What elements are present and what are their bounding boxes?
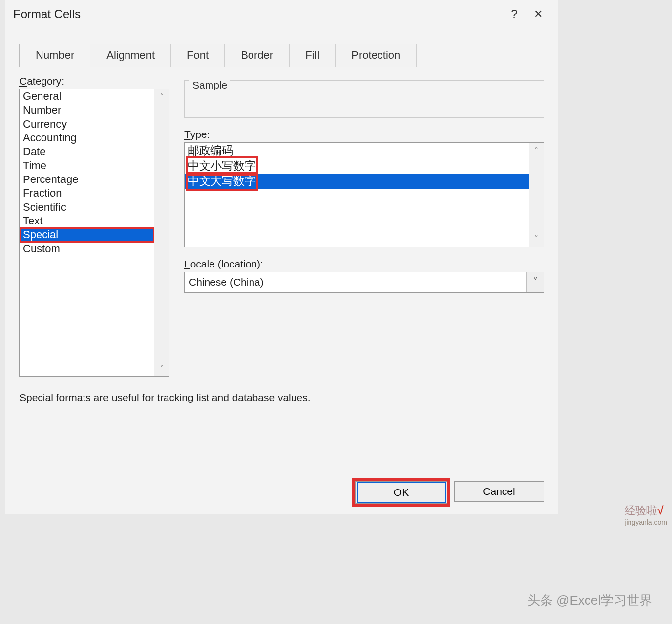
ok-button-highlight: OK — [355, 481, 447, 504]
type-item-lowercase-cn: 中文小写数字 — [185, 158, 544, 174]
locale-label: Locale (location): — [184, 258, 544, 270]
ok-button[interactable]: OK — [357, 482, 446, 503]
dialog-buttons: OK Cancel — [355, 481, 544, 504]
sample-preview — [184, 80, 544, 118]
category-item-percentage[interactable]: Percentage — [20, 173, 154, 186]
scroll-up-icon[interactable]: ˄ — [160, 92, 164, 102]
category-item-date[interactable]: Date — [20, 145, 154, 159]
category-item-scientific[interactable]: Scientific — [20, 200, 154, 214]
sample-fieldset: Sample — [184, 80, 544, 118]
help-icon[interactable]: ? — [503, 7, 526, 21]
tab-alignment[interactable]: Alignment — [90, 44, 171, 67]
tab-number[interactable]: Number — [19, 44, 90, 67]
tab-protection[interactable]: Protection — [336, 44, 417, 67]
format-description: Special formats are useful for tracking … — [5, 377, 558, 418]
category-item-fraction[interactable]: Fraction — [20, 186, 154, 200]
sample-label: Sample — [189, 79, 230, 91]
titlebar: Format Cells ? ✕ — [5, 0, 558, 28]
category-item-number[interactable]: Number — [20, 103, 154, 117]
category-item-custom[interactable]: Custom — [20, 242, 154, 256]
cancel-button[interactable]: Cancel — [454, 481, 544, 502]
category-item-special[interactable]: Special — [20, 228, 154, 242]
scroll-down-icon[interactable]: ˅ — [160, 364, 164, 373]
type-scrollbar[interactable]: ˄ ˅ — [529, 143, 544, 247]
chevron-down-icon[interactable]: ˅ — [526, 272, 544, 292]
locale-value: Chinese (China) — [189, 276, 264, 288]
category-item-time[interactable]: Time — [20, 159, 154, 173]
category-item-accounting[interactable]: Accounting — [20, 131, 154, 145]
tab-fill[interactable]: Fill — [290, 44, 336, 67]
category-item-text[interactable]: Text — [20, 214, 154, 228]
scroll-up-icon[interactable]: ˄ — [534, 146, 538, 155]
watermark-text: 头条 @Excel学习世界 — [527, 592, 652, 609]
category-item-general[interactable]: General — [20, 89, 154, 103]
category-scrollbar[interactable]: ˄ ˅ — [154, 89, 169, 376]
type-listbox[interactable]: 邮政编码 中文小写数字 中文大写数字 ˄ ˅ — [184, 142, 544, 247]
format-cells-dialog: Format Cells ? ✕ Number Alignment Font B… — [5, 0, 558, 514]
tab-font[interactable]: Font — [171, 44, 225, 67]
tab-border[interactable]: Border — [225, 44, 290, 67]
category-label: Category: — [19, 75, 169, 87]
type-item-postal[interactable]: 邮政编码 — [185, 143, 544, 158]
scroll-down-icon[interactable]: ˅ — [534, 234, 538, 244]
type-item-uppercase-cn: 中文大写数字 — [185, 174, 544, 189]
dialog-title: Format Cells — [13, 7, 503, 21]
close-icon[interactable]: ✕ — [526, 8, 550, 21]
tabstrip: Number Alignment Font Border Fill Protec… — [19, 43, 558, 66]
category-listbox[interactable]: General Number Currency Accounting Date … — [19, 89, 169, 377]
watermark-badge: 经验啦√ jingyanla.com — [625, 503, 667, 526]
type-label: Type: — [184, 129, 544, 140]
category-item-currency[interactable]: Currency — [20, 117, 154, 131]
locale-dropdown[interactable]: Chinese (China) ˅ — [184, 272, 544, 293]
